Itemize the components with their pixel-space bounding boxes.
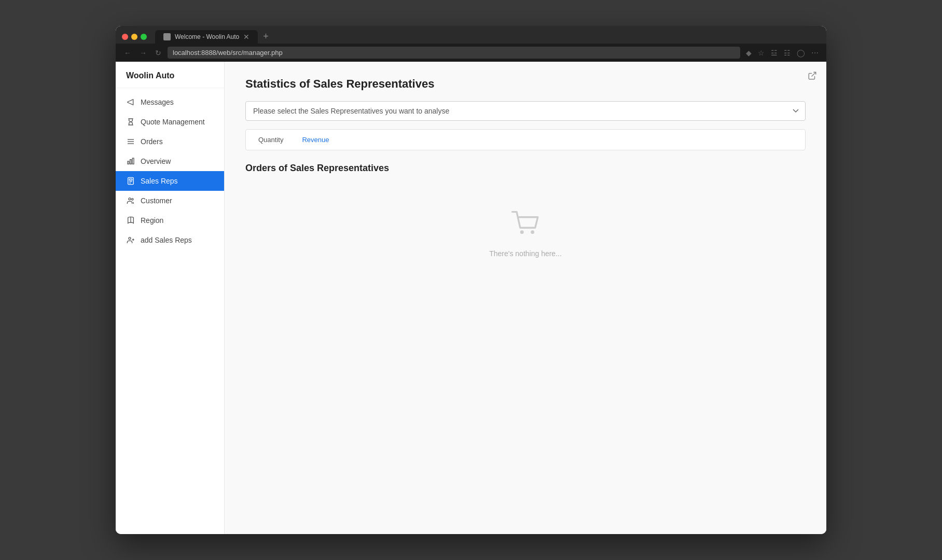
- empty-state: There's nothing here...: [245, 184, 806, 278]
- sidebar-item-quote-management[interactable]: Quote Management: [116, 112, 224, 132]
- svg-rect-5: [132, 158, 134, 164]
- browser-actions: ◆ ☆ ☳ ☷ ◯ ⋯: [744, 48, 820, 58]
- extensions-icon[interactable]: ◆: [744, 48, 753, 58]
- sales-rep-select[interactable]: Please select the Sales Representatives …: [245, 101, 806, 121]
- sidebar-nav: Messages Quote Management: [116, 88, 224, 254]
- minimize-traffic-light[interactable]: [131, 34, 137, 40]
- megaphone-icon: [126, 97, 135, 107]
- sidebar-item-region-label: Region: [141, 216, 163, 225]
- reload-button[interactable]: ↻: [153, 48, 163, 58]
- tab-title: Welcome - Woolin Auto: [175, 33, 239, 40]
- url-field[interactable]: [168, 47, 740, 59]
- book-icon: [126, 216, 135, 225]
- profile-icon[interactable]: ◯: [795, 48, 807, 58]
- main-content: Statistics of Sales Representatives Plea…: [225, 62, 826, 294]
- tab-revenue[interactable]: Revenue: [294, 133, 337, 147]
- sidebar-item-customer-label: Customer: [141, 197, 172, 205]
- main-wrapper: Statistics of Sales Representatives Plea…: [225, 62, 826, 534]
- active-tab[interactable]: Welcome - Woolin Auto ✕: [155, 30, 258, 44]
- svg-rect-7: [129, 179, 132, 180]
- tab-favicon: [163, 33, 171, 40]
- sidebar-item-sales-reps-label: Sales Reps: [141, 177, 178, 185]
- sidebar-item-orders[interactable]: Orders: [116, 132, 224, 151]
- tab-close-button[interactable]: ✕: [243, 33, 250, 40]
- svg-rect-3: [128, 161, 129, 164]
- sidebar-item-overview-label: Overview: [141, 157, 171, 165]
- id-badge-icon: [126, 176, 135, 186]
- tab-quantity[interactable]: Quantity: [250, 133, 292, 147]
- browser-window: Welcome - Woolin Auto ✕ + ← → ↻ ◆ ☆ ☳ ☷ …: [116, 26, 826, 534]
- tabs-bar: Quantity Revenue: [245, 129, 806, 150]
- close-traffic-light[interactable]: [122, 34, 128, 40]
- svg-line-18: [812, 72, 816, 76]
- apps-icon[interactable]: ☷: [782, 48, 792, 58]
- browser-chrome: Welcome - Woolin Auto ✕ + ← → ↻ ◆ ☆ ☳ ☷ …: [116, 26, 826, 62]
- svg-rect-4: [130, 160, 132, 164]
- new-tab-button[interactable]: +: [260, 31, 272, 43]
- sidebar: Woolin Auto Messages: [116, 62, 225, 534]
- chart-bar-icon: [126, 157, 135, 166]
- svg-point-17: [531, 230, 534, 234]
- menu-icon[interactable]: ⋯: [810, 48, 820, 58]
- sidebar-item-overview[interactable]: Overview: [116, 151, 224, 171]
- group-icon: [126, 196, 135, 205]
- external-link-button[interactable]: [808, 71, 817, 83]
- forward-button[interactable]: →: [137, 48, 149, 58]
- sidebar-item-messages-label: Messages: [141, 98, 174, 106]
- back-button[interactable]: ←: [122, 48, 133, 58]
- sidebar-brand: Woolin Auto: [116, 62, 224, 88]
- sidebar-item-add-sales-reps[interactable]: add Sales Reps: [116, 230, 224, 250]
- svg-point-10: [129, 198, 131, 200]
- svg-point-16: [520, 230, 524, 234]
- bookmark-icon[interactable]: ☆: [756, 48, 766, 58]
- sidebar-item-region[interactable]: Region: [116, 211, 224, 230]
- svg-point-13: [129, 237, 131, 240]
- sidebar-item-sales-reps[interactable]: Sales Reps: [116, 171, 224, 191]
- hourglass-icon: [126, 117, 135, 127]
- app-container: Woolin Auto Messages: [116, 62, 826, 534]
- bookmarks-icon[interactable]: ☳: [769, 48, 779, 58]
- sidebar-item-orders-label: Orders: [141, 137, 163, 146]
- traffic-lights: [122, 34, 147, 40]
- page-title: Statistics of Sales Representatives: [245, 77, 806, 91]
- empty-state-text: There's nothing here...: [489, 249, 562, 258]
- address-bar: ← → ↻ ◆ ☆ ☳ ☷ ◯ ⋯: [116, 44, 826, 62]
- fullscreen-traffic-light[interactable]: [141, 34, 147, 40]
- svg-point-11: [132, 199, 133, 200]
- sidebar-item-customer[interactable]: Customer: [116, 191, 224, 211]
- sidebar-item-add-sales-reps-label: add Sales Reps: [141, 236, 192, 244]
- add-person-icon: [126, 235, 135, 245]
- orders-section-title: Orders of Sales Representatives: [245, 163, 806, 174]
- sidebar-item-messages[interactable]: Messages: [116, 92, 224, 112]
- list-icon: [126, 137, 135, 146]
- sidebar-item-quote-label: Quote Management: [141, 118, 205, 126]
- tab-bar: Welcome - Woolin Auto ✕ +: [116, 26, 826, 44]
- cart-icon: [508, 205, 543, 242]
